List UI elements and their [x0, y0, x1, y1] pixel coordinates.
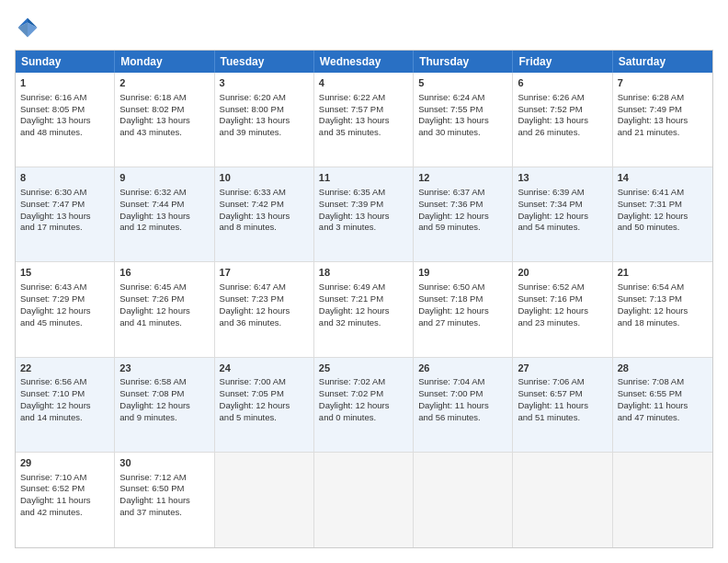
day-info: Sunrise: 6:33 AM: [220, 187, 309, 199]
day-info: and 18 minutes.: [618, 317, 708, 329]
day-info: Sunrise: 6:50 AM: [418, 282, 507, 293]
day-info: Sunrise: 6:24 AM: [418, 92, 507, 104]
day-info: Daylight: 12 hours: [20, 305, 109, 317]
day-info: Sunrise: 6:49 AM: [319, 282, 408, 293]
day-info: Sunrise: 6:16 AM: [20, 92, 109, 104]
day-info: Daylight: 12 hours: [518, 211, 607, 223]
day-info: and 48 minutes.: [20, 127, 109, 139]
day-info: Sunrise: 7:02 AM: [319, 376, 408, 388]
day-info: and 12 minutes.: [119, 222, 209, 234]
day-number: 30: [119, 456, 209, 470]
day-info: Sunrise: 7:12 AM: [119, 472, 209, 484]
day-info: Sunrise: 6:20 AM: [220, 92, 309, 104]
day-cell-3: 3Sunrise: 6:20 AMSunset: 8:00 PMDaylight…: [215, 73, 314, 167]
day-info: Daylight: 13 hours: [220, 115, 309, 127]
day-info: Daylight: 12 hours: [220, 400, 309, 412]
day-info: Daylight: 12 hours: [220, 305, 309, 317]
day-info: Daylight: 13 hours: [119, 115, 209, 127]
day-info: Sunrise: 6:43 AM: [20, 282, 109, 293]
day-info: Daylight: 13 hours: [220, 211, 309, 223]
day-number: 28: [618, 362, 708, 375]
day-number: 5: [418, 76, 507, 90]
day-number: 15: [20, 266, 109, 280]
day-info: and 59 minutes.: [418, 222, 507, 234]
day-cell-15: 15Sunrise: 6:43 AMSunset: 7:29 PMDayligh…: [16, 262, 115, 356]
calendar-header: SundayMondayTuesdayWednesdayThursdayFrid…: [16, 51, 712, 73]
day-info: and 37 minutes.: [119, 507, 209, 519]
day-cell-7: 7Sunrise: 6:28 AMSunset: 7:49 PMDaylight…: [613, 73, 712, 167]
day-cell-10: 10Sunrise: 6:33 AMSunset: 7:42 PMDayligh…: [215, 167, 314, 261]
day-number: 18: [319, 266, 408, 280]
logo: [15, 15, 44, 40]
day-info: Sunset: 7:13 PM: [618, 293, 708, 305]
day-cell-18: 18Sunrise: 6:49 AMSunset: 7:21 PMDayligh…: [314, 262, 414, 356]
day-info: Sunrise: 6:30 AM: [20, 187, 109, 199]
day-info: and 0 minutes.: [319, 412, 408, 424]
day-info: Sunrise: 7:06 AM: [518, 376, 607, 388]
day-info: and 56 minutes.: [418, 412, 507, 424]
day-info: and 41 minutes.: [119, 317, 209, 329]
day-info: Sunset: 7:16 PM: [518, 293, 607, 305]
day-info: Daylight: 11 hours: [618, 400, 708, 412]
day-cell-20: 20Sunrise: 6:52 AMSunset: 7:16 PMDayligh…: [513, 262, 612, 356]
day-info: and 14 minutes.: [20, 412, 109, 424]
day-cell-22: 22Sunrise: 6:56 AMSunset: 7:10 PMDayligh…: [16, 358, 115, 452]
day-cell-2: 2Sunrise: 6:18 AMSunset: 8:02 PMDaylight…: [115, 73, 214, 167]
day-info: Daylight: 12 hours: [319, 400, 408, 412]
day-info: Daylight: 13 hours: [20, 211, 109, 223]
day-number: 19: [418, 266, 507, 280]
day-info: and 32 minutes.: [319, 317, 408, 329]
day-info: Sunrise: 6:26 AM: [518, 92, 607, 104]
day-info: Sunset: 7:34 PM: [518, 199, 607, 211]
day-number: 3: [220, 76, 309, 90]
day-number: 11: [319, 171, 408, 185]
day-info: Sunset: 8:02 PM: [119, 104, 209, 116]
day-info: Sunrise: 6:54 AM: [618, 282, 708, 293]
day-info: and 36 minutes.: [220, 317, 309, 329]
day-info: Daylight: 12 hours: [119, 400, 209, 412]
day-number: 29: [20, 456, 109, 470]
day-info: Daylight: 12 hours: [618, 305, 708, 317]
day-cell-12: 12Sunrise: 6:37 AMSunset: 7:36 PMDayligh…: [414, 167, 513, 261]
day-info: Daylight: 13 hours: [20, 115, 109, 127]
day-cell-5: 5Sunrise: 6:24 AMSunset: 7:55 PMDaylight…: [414, 73, 513, 167]
day-info: Daylight: 12 hours: [319, 305, 408, 317]
day-info: Daylight: 12 hours: [418, 211, 507, 223]
day-info: Sunrise: 6:22 AM: [319, 92, 408, 104]
day-number: 20: [518, 266, 607, 280]
week-row-4: 22Sunrise: 6:56 AMSunset: 7:10 PMDayligh…: [16, 358, 712, 453]
day-info: Sunset: 6:55 PM: [618, 388, 708, 400]
day-number: 21: [618, 266, 708, 280]
page: SundayMondayTuesdayWednesdayThursdayFrid…: [0, 0, 728, 563]
day-cell-29: 29Sunrise: 7:10 AMSunset: 6:52 PMDayligh…: [16, 453, 115, 547]
day-cell-11: 11Sunrise: 6:35 AMSunset: 7:39 PMDayligh…: [314, 167, 414, 261]
day-info: Sunrise: 7:04 AM: [418, 376, 507, 388]
day-info: and 50 minutes.: [618, 222, 708, 234]
day-header-wednesday: Wednesday: [314, 51, 414, 73]
day-cell-17: 17Sunrise: 6:47 AMSunset: 7:23 PMDayligh…: [215, 262, 314, 356]
day-info: Daylight: 11 hours: [518, 400, 607, 412]
day-info: Sunset: 7:02 PM: [319, 388, 408, 400]
day-cell-30: 30Sunrise: 7:12 AMSunset: 6:50 PMDayligh…: [115, 453, 214, 547]
day-info: Sunset: 7:55 PM: [418, 104, 507, 116]
day-header-monday: Monday: [115, 51, 214, 73]
day-info: Sunset: 7:10 PM: [20, 388, 109, 400]
day-number: 12: [418, 171, 507, 185]
day-info: Sunrise: 6:52 AM: [518, 282, 607, 293]
day-info: Sunset: 6:57 PM: [518, 388, 607, 400]
day-cell-21: 21Sunrise: 6:54 AMSunset: 7:13 PMDayligh…: [613, 262, 712, 356]
day-info: and 42 minutes.: [20, 507, 109, 519]
day-info: Sunset: 7:29 PM: [20, 293, 109, 305]
day-info: and 3 minutes.: [319, 222, 408, 234]
day-header-thursday: Thursday: [414, 51, 513, 73]
day-info: Sunrise: 6:41 AM: [618, 187, 708, 199]
day-info: Sunset: 7:42 PM: [220, 199, 309, 211]
day-cell-6: 6Sunrise: 6:26 AMSunset: 7:52 PMDaylight…: [513, 73, 612, 167]
day-info: Sunset: 7:52 PM: [518, 104, 607, 116]
day-info: Sunrise: 6:32 AM: [119, 187, 209, 199]
day-number: 25: [319, 362, 408, 375]
day-cell-16: 16Sunrise: 6:45 AMSunset: 7:26 PMDayligh…: [115, 262, 214, 356]
day-info: Sunset: 7:49 PM: [618, 104, 708, 116]
day-info: and 21 minutes.: [618, 127, 708, 139]
empty-cell: [513, 453, 612, 547]
